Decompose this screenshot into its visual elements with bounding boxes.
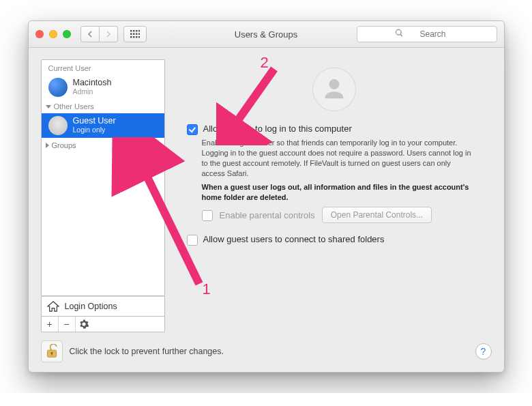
traffic-lights	[35, 30, 71, 38]
avatar-icon	[48, 78, 68, 97]
svg-rect-6	[136, 33, 138, 35]
show-all-button[interactable]	[123, 26, 147, 42]
svg-rect-2	[136, 30, 138, 32]
avatar-icon	[48, 116, 68, 135]
lock-open-icon	[45, 344, 59, 359]
user-name: Macintosh	[73, 78, 112, 88]
prefs-window: Users & Groups Current User Macintosh Ad…	[28, 20, 505, 373]
svg-rect-8	[130, 36, 132, 38]
close-window-button[interactable]	[35, 30, 44, 38]
home-icon	[47, 301, 59, 312]
sidebar: Current User Macintosh Admin Other Users…	[41, 59, 165, 332]
parental-controls-checkbox[interactable]	[202, 210, 213, 221]
chevron-left-icon	[87, 31, 93, 38]
user-role: Admin	[73, 88, 112, 96]
svg-rect-4	[130, 33, 132, 35]
svg-rect-5	[133, 33, 135, 35]
svg-rect-7	[138, 33, 140, 35]
allow-guest-warning: When a guest user logs out, all informat…	[202, 182, 475, 203]
sidebar-item-current-user[interactable]: Macintosh Admin	[42, 75, 164, 100]
allow-guest-label: Allow guests to log in to this computer	[203, 124, 352, 134]
groups-label: Groups	[52, 141, 76, 149]
other-users-section-toggle[interactable]: Other Users	[42, 100, 164, 113]
current-user-section-label: Current User	[42, 60, 164, 75]
allow-guest-checkbox[interactable]	[187, 124, 198, 135]
user-info: Guest User Login only	[73, 117, 116, 134]
user-list: Current User Macintosh Admin Other Users…	[41, 59, 165, 296]
grid-icon	[130, 30, 140, 38]
svg-rect-14	[51, 353, 52, 356]
lock-button[interactable]	[41, 340, 63, 362]
lock-hint-text: Click the lock to prevent further change…	[70, 347, 224, 356]
user-role: Login only	[73, 126, 116, 134]
gear-icon	[79, 319, 89, 329]
chevron-right-icon	[106, 31, 111, 38]
sidebar-item-guest-user[interactable]: Guest User Login only	[42, 113, 164, 138]
login-options-button[interactable]: Login Options	[41, 296, 165, 317]
shared-folders-option: Allow guest users to connect to shared f…	[187, 234, 482, 246]
other-users-label: Other Users	[54, 102, 94, 111]
allow-guest-option: Allow guests to log in to this computer	[187, 124, 482, 135]
svg-rect-1	[133, 30, 135, 32]
search-input[interactable]	[357, 26, 497, 42]
svg-rect-3	[138, 30, 140, 32]
help-button[interactable]: ?	[475, 343, 492, 360]
sidebar-toolbar: + −	[41, 317, 165, 332]
allow-guest-description: Enable the guest user so that friends ca…	[202, 138, 475, 178]
zoom-window-button[interactable]	[63, 30, 71, 38]
footer: Click the lock to prevent further change…	[41, 340, 492, 362]
svg-rect-11	[138, 36, 140, 38]
svg-rect-10	[136, 36, 138, 38]
groups-section-toggle[interactable]: Groups	[42, 138, 164, 152]
shared-folders-checkbox[interactable]	[187, 235, 198, 246]
login-options-label: Login Options	[65, 302, 117, 311]
shared-folders-label: Allow guest users to connect to shared f…	[203, 234, 385, 244]
user-info: Macintosh Admin	[73, 78, 112, 96]
back-button[interactable]	[80, 26, 100, 42]
remove-user-button[interactable]: −	[59, 317, 76, 332]
triangle-down-icon	[46, 105, 51, 108]
body: Current User Macintosh Admin Other Users…	[41, 59, 492, 332]
parental-controls-row: Enable parental controls Open Parental C…	[202, 207, 482, 223]
add-user-button[interactable]: +	[42, 317, 59, 332]
triangle-right-icon	[46, 143, 49, 148]
account-avatar[interactable]	[312, 68, 356, 111]
action-menu-button[interactable]	[76, 317, 92, 332]
parental-controls-label: Enable parental controls	[220, 210, 315, 220]
minimize-window-button[interactable]	[49, 30, 57, 38]
search-field-wrap	[357, 26, 497, 42]
user-name: Guest User	[73, 117, 116, 126]
detail-pane: Allow guests to log in to this computer …	[172, 59, 492, 332]
svg-rect-9	[133, 36, 135, 38]
forward-button[interactable]	[100, 26, 118, 42]
person-icon	[321, 76, 348, 103]
open-parental-controls-button[interactable]: Open Parental Controls...	[322, 207, 432, 223]
titlebar: Users & Groups	[29, 21, 504, 48]
nav-buttons	[80, 26, 118, 42]
svg-rect-0	[130, 30, 132, 32]
